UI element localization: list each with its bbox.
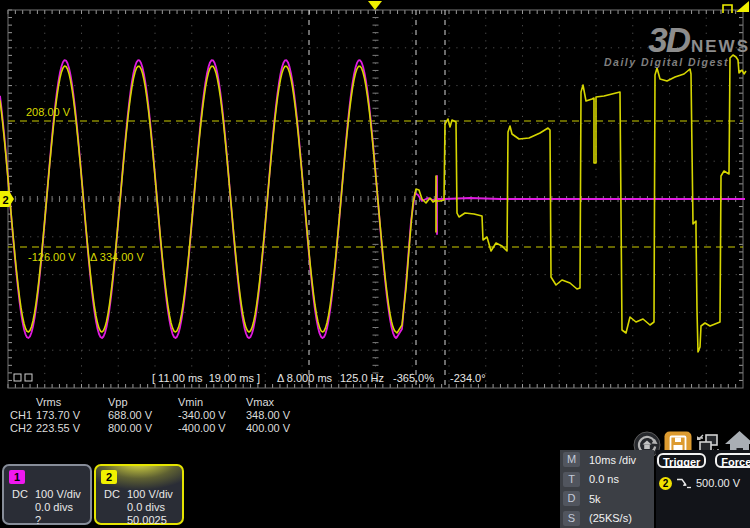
channel-2-coupling: DC [104, 488, 120, 500]
meas-header-vmin: Vmin [178, 396, 246, 409]
trigger-level-corner-arrow-icon[interactable] [736, 1, 749, 12]
channel-2-badge: 2 [101, 470, 117, 484]
timebase-row-m[interactable]: M 10ms /div [560, 450, 654, 470]
trigger-edge-glyph-icon [723, 5, 732, 13]
meas-ch1-vpp: 688.00 V [108, 409, 178, 422]
marker-square-icon [25, 374, 32, 381]
meas-header-vrms: Vrms [36, 396, 108, 409]
trigger-source-badge: 2 [659, 477, 672, 490]
meas-ch2-vmax: 400.00 V [246, 422, 316, 435]
trigger-level-row[interactable]: 2 500.00 V [659, 476, 750, 490]
timebase-key-m: M [563, 452, 580, 467]
meas-ch2-vrms: 223.55 V [36, 422, 108, 435]
timebase-key-t: T [563, 472, 580, 487]
spacer [2, 396, 36, 409]
meas-header-vmax: Vmax [246, 396, 316, 409]
channel-1-coupling: DC [12, 488, 28, 500]
timebase-row-s[interactable]: S (25KS/s) [560, 509, 654, 528]
waveform-layer [0, 55, 746, 352]
timebase-key-d: D [563, 491, 580, 506]
meas-ch2-vmin: -400.00 V [178, 422, 246, 435]
cursor-high-voltage-label: 208.00 V [26, 106, 71, 118]
channel-2-frequency: 50.0025 Hz [127, 514, 182, 528]
timebase-row-t[interactable]: T 0.0 ns [560, 470, 654, 490]
meas-header-vpp: Vpp [108, 396, 178, 409]
cursor-low-voltage-label: -126.00 V [28, 251, 76, 263]
oscilloscope-screen: { "logo": {"mark": "3D", "news": "NEWS",… [0, 0, 750, 528]
cursor-percent-readout: -365.0% [393, 372, 434, 384]
force-button[interactable]: Force [715, 453, 750, 468]
meas-ch1-vmin: -340.00 V [178, 409, 246, 422]
ch2-trace [0, 55, 746, 352]
cursor-freq-readout: 125.0 Hz [340, 372, 384, 384]
meas-row-ch2-label: CH2 [2, 422, 36, 435]
timebase-value-d: 5k [589, 493, 601, 505]
timebase-value-t: 0.0 ns [589, 473, 619, 485]
channel-1-panel[interactable]: 1 DC 100 V/div 0.0 divs ? [2, 464, 92, 525]
graticule-display: 2 208.00 V -126.00 V Δ 334.00 V [ 11.00 … [0, 0, 750, 392]
channel-1-scale: 100 V/div [35, 488, 81, 500]
meas-ch1-vmax: 348.00 V [246, 409, 316, 422]
trigger-level-value: 500.00 V [696, 477, 740, 489]
meas-ch2-vpp: 800.00 V [108, 422, 178, 435]
cursor-time-bracket: [ 11.00 ms 19.00 ms ] [152, 372, 260, 384]
timebase-value-s: (25KS/s) [589, 512, 632, 524]
timebase-key-s: S [563, 511, 580, 526]
cursor-time-delta: Δ 8.000 ms [277, 372, 333, 384]
trigger-panel: Trigger Force 2 500.00 V [656, 450, 750, 528]
measurements-table: Vrms Vpp Vmin Vmax CH1 173.70 V 688.00 V… [2, 396, 316, 434]
channel-1-offset: 0.0 divs [35, 501, 73, 513]
timebase-row-d[interactable]: D 5k [560, 489, 654, 509]
timebase-panel: M 10ms /div T 0.0 ns D 5k S (25KS/s) [560, 450, 654, 528]
falling-edge-icon [676, 476, 692, 490]
trigger-button[interactable]: Trigger [657, 453, 706, 468]
cursor-degree-readout: -234.0° [450, 372, 486, 384]
channel-2-panel[interactable]: 2 DC 100 V/div 0.0 divs 50.0025 Hz [94, 464, 184, 525]
cursor-delta-voltage-label: Δ 334.00 V [90, 251, 144, 263]
channel-1-badge: 1 [9, 470, 25, 484]
channel-1-frequency: ? [35, 514, 41, 526]
timebase-value-m: 10ms /div [589, 454, 636, 466]
ch2-ground-marker[interactable]: 2 [0, 191, 14, 207]
channel-2-scale: 100 V/div [127, 488, 173, 500]
meas-row-ch1-label: CH1 [2, 409, 36, 422]
meas-ch1-vrms: 173.70 V [36, 409, 108, 422]
marker-square-icon [14, 374, 21, 381]
channel-2-offset: 0.0 divs [127, 501, 165, 513]
ch2-ground-marker-label: 2 [3, 194, 9, 206]
trigger-position-marker[interactable] [368, 1, 382, 10]
